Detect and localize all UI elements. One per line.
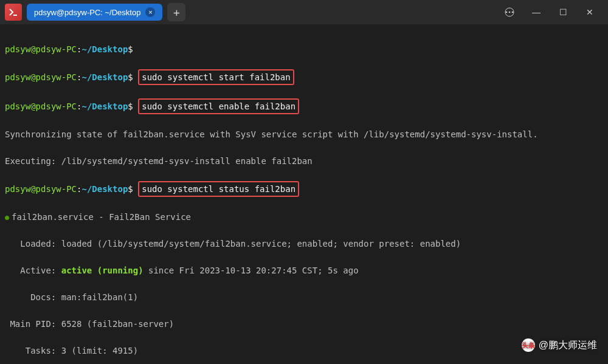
highlighted-command-3: sudo systemctl status fail2ban: [138, 181, 299, 197]
status-active: Active: active (running) since Fri 2023-…: [5, 264, 603, 277]
tab-close-button[interactable]: ×: [145, 7, 155, 17]
output-exec: Executing: /lib/systemd/systemd-sysv-ins…: [5, 154, 603, 168]
svg-point-1: [509, 12, 511, 13]
prompt-line-status: pdsyw@pdsyw-PC:~/Desktop$ sudo systemctl…: [5, 181, 603, 197]
watermark-text: @鹏大师运维: [539, 339, 597, 352]
menu-icon[interactable]: [502, 5, 517, 19]
prompt-line-start: pdsyw@pdsyw-PC:~/Desktop$ sudo systemctl…: [5, 69, 603, 85]
minimize-button[interactable]: —: [529, 5, 544, 19]
new-tab-button[interactable]: +: [167, 3, 185, 21]
prompt-line-empty: pdsyw@pdsyw-PC:~/Desktop$: [5, 43, 603, 56]
window-titlebar: pdsyw@pdsyw-PC: ~/Desktop × + — ☐ ✕: [0, 0, 608, 24]
tab-terminal[interactable]: pdsyw@pdsyw-PC: ~/Desktop ×: [27, 4, 162, 21]
close-button[interactable]: ✕: [582, 5, 597, 19]
svg-point-0: [506, 12, 508, 13]
status-dot-icon: [5, 216, 9, 220]
window-controls: — ☐ ✕: [502, 5, 603, 19]
highlighted-command-2: sudo systemctl enable fail2ban: [138, 98, 299, 114]
status-docs: Docs: man:fail2ban(1): [5, 290, 603, 304]
tab-title: pdsyw@pdsyw-PC: ~/Desktop: [34, 8, 140, 17]
highlighted-command-1: sudo systemctl start fail2ban: [138, 69, 294, 85]
output-sync: Synchronizing state of fail2ban.service …: [5, 128, 603, 141]
status-loaded: Loaded: loaded (/lib/systemd/system/fail…: [5, 237, 603, 250]
terminal-output[interactable]: pdsyw@pdsyw-PC:~/Desktop$ pdsyw@pdsyw-PC…: [0, 24, 608, 364]
status-tasks: Tasks: 3 (limit: 4915): [5, 344, 603, 357]
status-header: fail2ban.service - Fail2Ban Service: [5, 210, 603, 224]
watermark-logo-icon: 头条: [522, 338, 535, 352]
watermark: 头条 @鹏大师运维: [522, 338, 597, 352]
prompt-line-enable: pdsyw@pdsyw-PC:~/Desktop$ sudo systemctl…: [5, 98, 603, 114]
maximize-button[interactable]: ☐: [556, 5, 570, 19]
svg-point-2: [512, 12, 514, 13]
app-icon: [5, 4, 22, 21]
status-mainpid: Main PID: 6528 (fail2ban-server): [5, 317, 603, 331]
